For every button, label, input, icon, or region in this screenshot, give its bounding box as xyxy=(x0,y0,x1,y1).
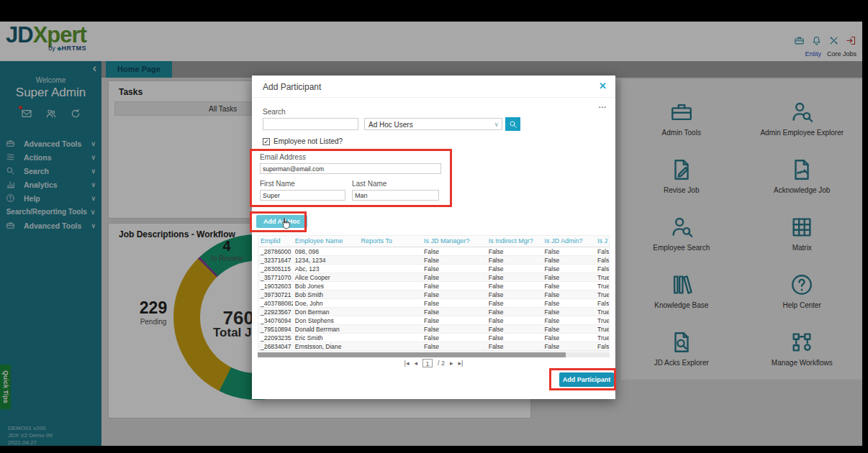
table-cell: False xyxy=(595,265,609,273)
table-row[interactable]: _35771070Alice CooperFalseFalseFalseTrue xyxy=(258,273,609,282)
table-cell: False xyxy=(422,273,487,281)
page-count-label: / 2 xyxy=(438,360,445,367)
table-cell: _22923567 xyxy=(258,308,293,316)
table-cell xyxy=(358,316,422,324)
table-cell: False xyxy=(542,247,595,255)
table-cell: True xyxy=(595,308,609,316)
table-cell: False xyxy=(422,308,487,316)
employee-not-listed-label: Employee not Listed? xyxy=(273,137,343,145)
table-cell: False xyxy=(487,247,543,255)
table-cell xyxy=(358,308,422,316)
table-cell: True xyxy=(595,325,609,333)
last-name-field[interactable] xyxy=(352,190,439,201)
table-cell: False xyxy=(487,265,543,273)
column-header[interactable]: Emplid xyxy=(258,236,293,247)
email-field[interactable] xyxy=(260,163,441,174)
more-options-icon[interactable]: ... xyxy=(599,101,607,109)
scrollbar-thumb[interactable] xyxy=(258,352,566,357)
table-cell: Bob Jones xyxy=(293,282,359,290)
search-button[interactable] xyxy=(505,117,520,131)
table-cell: False xyxy=(542,265,595,273)
table-cell: True xyxy=(595,282,609,290)
add-ad-hoc-button[interactable]: Add Ad Hoc xyxy=(256,215,307,228)
search-icon xyxy=(509,120,517,129)
source-select[interactable]: Ad Hoc Users ∨ xyxy=(364,118,502,130)
prev-page-icon[interactable]: ◂ xyxy=(414,360,417,367)
table-cell xyxy=(358,290,422,298)
add-participant-button[interactable]: Add Participant xyxy=(559,372,614,387)
table-row[interactable]: _22923567Don BermanFalseFalseFalseTrue xyxy=(258,308,609,316)
table-cell: _403788082 xyxy=(258,299,293,307)
table-row[interactable]: _39730721Bob SmithFalseFalseFalseTrue xyxy=(258,290,609,299)
modal-title: Add Participant xyxy=(263,82,321,92)
last-page-icon[interactable]: ▸| xyxy=(458,360,464,367)
table-cell: True xyxy=(595,316,609,324)
table-cell xyxy=(358,265,422,273)
first-page-icon[interactable]: |◂ xyxy=(404,360,410,367)
table-cell: False xyxy=(487,299,543,307)
table-cell: _26834047 xyxy=(258,342,293,350)
table-row[interactable]: _26834047Ernstsson, DianeFalseFalseFalse… xyxy=(258,342,609,351)
search-label: Search xyxy=(263,108,286,116)
next-page-icon[interactable]: ▸ xyxy=(450,360,453,367)
table-cell: True xyxy=(595,273,609,281)
table-cell: False xyxy=(422,290,487,298)
search-input[interactable] xyxy=(263,118,358,130)
table-cell: False xyxy=(542,316,595,324)
table-cell: Abc, 123 xyxy=(293,265,359,273)
table-header-row: EmplidEmployee NameReports ToIs JD Manag… xyxy=(258,236,609,247)
table-row[interactable]: _79510894Donald BerrmanFalseFalseFalseTr… xyxy=(258,325,609,334)
table-cell: False xyxy=(422,342,487,350)
table-cell: _35771070 xyxy=(258,273,293,281)
table-row[interactable]: _323716471234, 1234FalseFalseFalseFalse xyxy=(258,256,609,265)
table-cell: _28786000 xyxy=(258,247,293,255)
employee-not-listed-checkbox[interactable]: ✓ xyxy=(263,138,270,145)
screen: JDXpert by ◆HRTMS Entity Core Jobs Home … xyxy=(0,0,868,453)
table-cell: False xyxy=(422,325,487,333)
column-header[interactable]: Is JD Admin? xyxy=(542,236,595,247)
first-name-field[interactable] xyxy=(260,190,345,201)
table-cell: _28305115 xyxy=(258,265,293,273)
table-row[interactable]: _403788082Doe, JohnFalseFalseFalseFalse xyxy=(258,299,609,308)
column-header[interactable]: Is J xyxy=(595,236,609,247)
column-header[interactable]: Employee Name xyxy=(293,236,359,247)
table-row[interactable]: _22093235Eric SmithFalseFalseFalseTrue xyxy=(258,334,609,342)
modal-divider xyxy=(252,97,615,98)
last-name-label: Last Name xyxy=(352,180,386,188)
table-cell: False xyxy=(542,273,595,281)
table-cell: False xyxy=(542,299,595,307)
table-cell: True xyxy=(595,290,609,298)
table-row[interactable]: _34076094Don StephensFalseFalseFalseTrue xyxy=(258,316,609,325)
table-cell: False xyxy=(487,325,543,333)
table-cell: False xyxy=(487,273,543,281)
table-cell: False xyxy=(595,256,609,264)
column-header[interactable]: Is Indirect Mgr? xyxy=(487,236,543,247)
table-cell: _34076094 xyxy=(258,316,293,324)
table-cell: False xyxy=(487,290,543,298)
current-page-box[interactable]: 1 xyxy=(422,359,433,367)
table-cell: 1234, 1234 xyxy=(293,256,359,264)
table-row[interactable]: _28786000098, 098FalseFalseFalseFalse xyxy=(258,247,609,256)
table-cell: False xyxy=(542,325,595,333)
table-row[interactable]: _19032603Bob JonesFalseFalseFalseTrue xyxy=(258,282,609,290)
table-row[interactable]: _28305115Abc, 123FalseFalseFalseFalse xyxy=(258,265,609,273)
column-header[interactable]: Is JD Manager? xyxy=(422,236,487,247)
table-cell: Ernstsson, Diane xyxy=(293,342,359,350)
table-cell: False xyxy=(542,290,595,298)
table-cell: False xyxy=(422,265,487,273)
close-icon[interactable]: ✕ xyxy=(599,81,607,91)
table-cell: _79510894 xyxy=(258,325,293,333)
table-cell: False xyxy=(542,282,595,290)
table-cell: Donald Berrman xyxy=(293,325,359,333)
table-cell: False xyxy=(422,247,487,255)
table-cell: Don Berman xyxy=(293,308,359,316)
table-cell xyxy=(358,342,422,350)
table-cell: False xyxy=(487,256,543,264)
table-cell: _22093235 xyxy=(258,334,293,342)
table-cell xyxy=(358,282,422,290)
column-header[interactable]: Reports To xyxy=(358,236,422,247)
add-participant-modal: Add Participant ✕ Search ... Ad Hoc User… xyxy=(252,76,615,399)
table-cell xyxy=(358,273,422,281)
chevron-down-icon: ∨ xyxy=(494,121,499,128)
table-cell: False xyxy=(595,342,609,350)
